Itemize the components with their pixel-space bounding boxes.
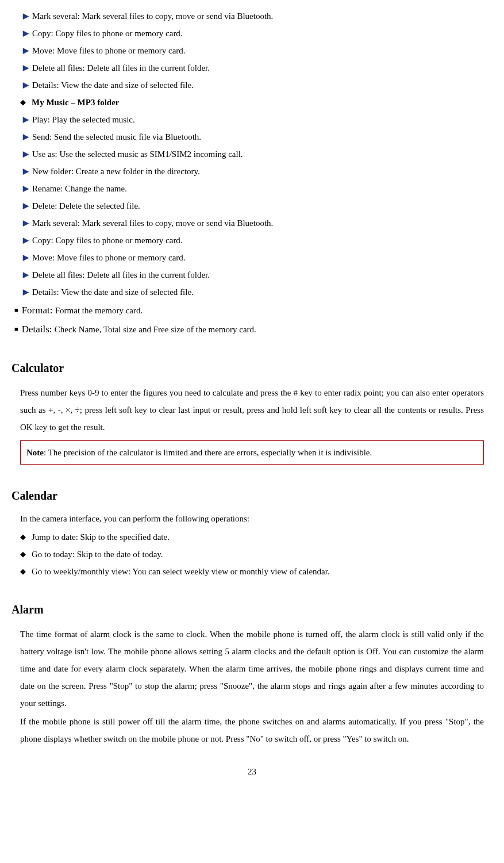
calculator-body: Press number keys 0-9 to enter the figur… bbox=[20, 384, 484, 436]
arrow-icon: ▶ bbox=[23, 183, 29, 195]
arrow-icon: ▶ bbox=[23, 200, 29, 212]
item-text: Delete all files: Delete all files in th… bbox=[32, 61, 210, 75]
list-item: ▶ Mark several: Mark several files to co… bbox=[23, 216, 493, 230]
note-body: : The precision of the calculator is lim… bbox=[44, 448, 372, 457]
list-item: ▶ Delete: Delete the selected file. bbox=[23, 199, 493, 213]
item-text: Go to today: Skip to the date of today. bbox=[32, 547, 163, 561]
heading-text: My Music – MP3 folder bbox=[32, 95, 119, 109]
arrow-icon: ▶ bbox=[23, 45, 29, 57]
list-item: ▶ Copy: Copy files to phone or memory ca… bbox=[23, 26, 493, 40]
square-item-details: ■ Details: Check Name, Total size and Fr… bbox=[14, 321, 493, 337]
list-item: ▶ Play: Play the selected music. bbox=[23, 113, 493, 126]
note-box: Note: The precision of the calculator is… bbox=[20, 440, 484, 465]
list-item: ▶ Details: View the date and size of sel… bbox=[23, 78, 493, 92]
arrow-icon: ▶ bbox=[23, 131, 29, 143]
item-text: Details: View the date and size of selec… bbox=[32, 78, 194, 92]
arrow-icon: ▶ bbox=[23, 269, 29, 281]
list-item: ▶ Details: View the date and size of sel… bbox=[23, 285, 493, 299]
alarm-paragraph-1: The time format of alarm clock is the sa… bbox=[20, 626, 484, 712]
arrow-icon: ▶ bbox=[23, 10, 29, 22]
list-item: ▶ Send: Send the selected music file via… bbox=[23, 130, 493, 144]
item-text: Mark several: Mark several files to copy… bbox=[32, 9, 273, 23]
arrow-icon: ▶ bbox=[23, 28, 29, 40]
item-text: New folder: Create a new folder in the d… bbox=[32, 164, 200, 178]
list-item: ▶ Delete all files: Delete all files in … bbox=[23, 268, 493, 282]
item-text: Jump to date: Skip to the specified date… bbox=[32, 530, 170, 544]
item-text: Play: Play the selected music. bbox=[32, 113, 135, 126]
list-item: ◆ Go to today: Skip to the date of today… bbox=[20, 547, 493, 561]
details-desc: Check Name, Total size and Free size of … bbox=[55, 325, 256, 334]
item-text: Move: Move files to phone or memory card… bbox=[32, 251, 186, 264]
item-text: Send: Send the selected music file via B… bbox=[32, 130, 201, 144]
diamond-icon: ◆ bbox=[20, 97, 26, 109]
arrow-icon: ▶ bbox=[23, 286, 29, 298]
list-item: ▶ Delete all files: Delete all files in … bbox=[23, 61, 493, 75]
item-text: Use as: Use the selected music as SIM1/S… bbox=[32, 147, 243, 161]
list-item: ◆ Jump to date: Skip to the specified da… bbox=[20, 530, 493, 544]
square-icon: ■ bbox=[14, 305, 18, 316]
item-text: Details: View the date and size of selec… bbox=[32, 285, 194, 299]
calendar-intro: In the camera interface, you can perform… bbox=[20, 512, 484, 526]
item-text: Delete all files: Delete all files in th… bbox=[32, 268, 210, 282]
square-item-format: ■ Format: Format the memory card. bbox=[14, 302, 493, 318]
page-number: 23 bbox=[11, 765, 493, 778]
note-label: Note bbox=[26, 448, 44, 457]
diamond-icon: ◆ bbox=[20, 531, 26, 543]
item-text: Move: Move files to phone or memory card… bbox=[32, 44, 186, 57]
arrow-icon: ▶ bbox=[23, 62, 29, 74]
item-text: Copy: Copy files to phone or memory card… bbox=[32, 26, 183, 40]
item-text: Copy: Copy files to phone or memory card… bbox=[32, 233, 183, 247]
diamond-icon: ◆ bbox=[20, 566, 26, 578]
format-desc: Format the memory card. bbox=[55, 306, 143, 315]
section-alarm: Alarm bbox=[11, 600, 493, 619]
list-item: ▶ Copy: Copy files to phone or memory ca… bbox=[23, 233, 493, 247]
list-item: ▶ Mark several: Mark several files to co… bbox=[23, 9, 493, 23]
arrow-icon: ▶ bbox=[23, 148, 29, 160]
alarm-paragraph-2: If the mobile phone is still power off t… bbox=[20, 713, 484, 747]
section-calculator: Calculator bbox=[11, 359, 493, 377]
item-text: Mark several: Mark several files to copy… bbox=[32, 216, 273, 230]
arrow-icon: ▶ bbox=[23, 252, 29, 264]
section-calendar: Calendar bbox=[11, 486, 493, 505]
list-item: ◆ Go to weekly/monthly view: You can sel… bbox=[20, 565, 493, 578]
details-label: Details: bbox=[22, 324, 55, 335]
arrow-icon: ▶ bbox=[23, 217, 29, 229]
list-item: ▶ Use as: Use the selected music as SIM1… bbox=[23, 147, 493, 161]
list-item: ▶ Rename: Change the name. bbox=[23, 182, 493, 195]
subsection-heading: ◆ My Music – MP3 folder bbox=[20, 95, 493, 109]
arrow-icon: ▶ bbox=[23, 166, 29, 178]
item-text: Delete: Delete the selected file. bbox=[32, 199, 140, 213]
diamond-icon: ◆ bbox=[20, 549, 26, 561]
format-label: Format: bbox=[22, 305, 55, 316]
list-item: ▶ Move: Move files to phone or memory ca… bbox=[23, 251, 493, 264]
arrow-icon: ▶ bbox=[23, 235, 29, 247]
arrow-icon: ▶ bbox=[23, 79, 29, 91]
item-text: Go to weekly/monthly view: You can selec… bbox=[32, 565, 330, 578]
item-text: Rename: Change the name. bbox=[32, 182, 127, 195]
arrow-icon: ▶ bbox=[23, 114, 29, 126]
list-item: ▶ New folder: Create a new folder in the… bbox=[23, 164, 493, 178]
square-icon: ■ bbox=[14, 324, 18, 335]
list-item: ▶ Move: Move files to phone or memory ca… bbox=[23, 44, 493, 57]
